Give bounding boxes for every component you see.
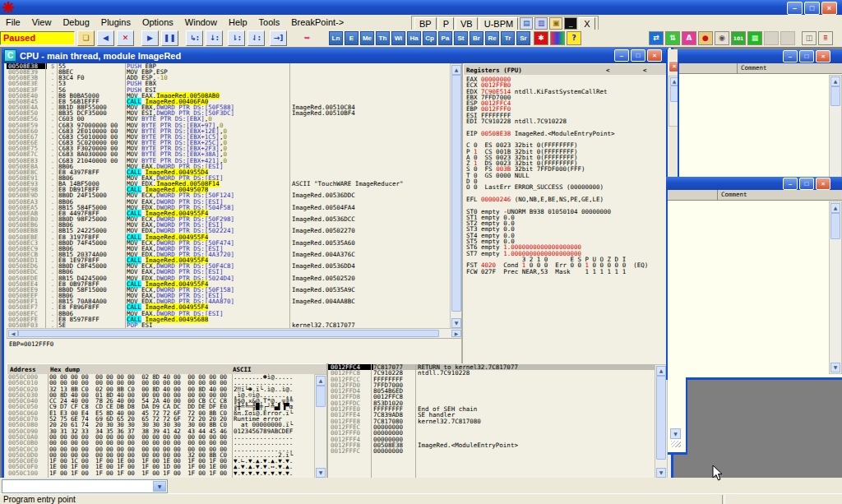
column-header-comment[interactable]: Comment: [718, 190, 747, 200]
record-dot-icon[interactable]: ●: [698, 31, 713, 45]
menu-window[interactable]: Window: [179, 16, 223, 29]
cpu-minimize-button[interactable]: –: [614, 49, 629, 62]
scroll-down-icon[interactable]: ▼: [451, 318, 461, 328]
comment-window-b-titlebar[interactable]: – □ ×: [666, 177, 842, 190]
scroll-down-icon[interactable]: ▼: [656, 468, 666, 478]
registers-next-arrow[interactable]: <: [643, 67, 647, 74]
stack-pane[interactable]: 0012FFC47C817077RETURN to kernel32.7C817…: [328, 364, 655, 478]
run-button[interactable]: ▶: [141, 30, 159, 46]
cpu-restore-button[interactable]: □: [631, 49, 645, 62]
appearance-icon[interactable]: [550, 31, 565, 45]
layout-columns-icon[interactable]: ◫: [802, 31, 817, 45]
close-button[interactable]: ×: [816, 178, 830, 190]
register-line[interactable]: T 0 GS 0000 NULL: [466, 173, 666, 178]
main-titlebar[interactable]: – □ ×: [0, 0, 842, 15]
column-header-comment[interactable]: Comment: [738, 63, 767, 73]
close-button[interactable]: ×: [816, 50, 830, 62]
window-button-tr[interactable]: Tr: [501, 31, 515, 45]
disasm-row[interactable]: 00508E3B.83C4 F0ADD ESP,-10: [7, 75, 450, 81]
book-icon[interactable]: ▥: [534, 17, 548, 30]
menu-help[interactable]: Help: [223, 16, 253, 29]
scroll-up-icon[interactable]: ▲: [451, 65, 461, 75]
register-line[interactable]: EFL 00000246 (NO,NB,E,BE,NS,PE,GE,LE): [466, 197, 666, 202]
scroll-right-icon[interactable]: ▶: [451, 330, 461, 337]
minimize-button[interactable]: –: [783, 50, 798, 62]
menu-tools[interactable]: Tools: [253, 16, 286, 29]
swap-arrows-icon[interactable]: ⇄: [649, 31, 664, 45]
scroll-left-icon[interactable]: ◀: [8, 330, 18, 337]
window-button-th[interactable]: Th: [376, 31, 390, 45]
resize-grip[interactable]: [671, 441, 681, 447]
menu-plugins[interactable]: Plugins: [95, 16, 136, 29]
scroll-up-icon[interactable]: ▲: [316, 376, 326, 386]
green-screen-icon[interactable]: ▦: [747, 31, 762, 45]
scroll-up-icon[interactable]: ▲: [830, 203, 840, 213]
cpu-close-button[interactable]: ×: [647, 49, 662, 62]
close-program-button[interactable]: ✕: [117, 30, 134, 46]
comment-b-vscrollbar[interactable]: ▲ ▼: [829, 201, 842, 374]
updown-icon[interactable]: ⇅: [665, 31, 680, 45]
window-button-cp[interactable]: Cp: [423, 31, 437, 45]
menu-breakpoint[interactable]: BreakPoint->: [285, 16, 349, 29]
close-button[interactable]: ×: [821, 2, 837, 15]
scroll-down-icon[interactable]: ▼: [316, 468, 326, 478]
window-button-re[interactable]: Re: [485, 31, 499, 45]
window-button-ha[interactable]: Ha: [407, 31, 421, 45]
dump-row[interactable]: 0050C1001F 00 1F 00 1F 00 1F 00 1F 00 1F…: [7, 470, 314, 476]
folder-small-icon[interactable]: ▣: [549, 17, 562, 30]
menubar-button-p[interactable]: P: [438, 17, 454, 30]
dump-vscrollbar[interactable]: ▲ ▼: [314, 374, 327, 479]
registers-prev-arrow[interactable]: <: [606, 67, 610, 74]
menu-options[interactable]: Options: [136, 16, 179, 29]
notepad-icon[interactable]: ▤: [520, 17, 533, 30]
registers-pane[interactable]: EAX 00000000ECX 0012FFB0EDX 7C90E514 ntd…: [463, 75, 666, 363]
scroll-down-icon[interactable]: ▼: [830, 363, 840, 372]
help-question-icon[interactable]: ?: [567, 31, 581, 45]
binary-101-icon[interactable]: 101: [731, 31, 746, 45]
window-button-e[interactable]: E: [345, 31, 359, 45]
execute-till-return-button[interactable]: →]: [270, 30, 287, 46]
window-button-ln[interactable]: Ln: [329, 31, 343, 45]
comment-a-vscrollbar[interactable]: ▲ ▼: [829, 75, 842, 190]
disasm-row[interactable]: 00508F03.5EPOP ESIkernel32.7C817077: [7, 322, 450, 328]
trace-over-button[interactable]: ⇃:: [248, 30, 265, 46]
trace-into-button[interactable]: ⇂:: [228, 30, 245, 46]
register-line[interactable]: FCW 027F Prec NEAR,53 Mask 1 1 1 1 1 1: [466, 269, 666, 275]
stack-vscrollbar[interactable]: ▲ ▼: [655, 364, 668, 479]
blank-button-1[interactable]: [764, 31, 779, 45]
pause-button[interactable]: ❚❚: [161, 30, 178, 46]
menubar-button-vb[interactable]: VB: [456, 17, 478, 30]
disasm-row[interactable]: 00508E3E.53PUSH EBX: [7, 81, 450, 86]
restart-button[interactable]: ◀: [97, 30, 114, 46]
scroll-down-icon[interactable]: ▼: [670, 428, 681, 439]
disasm-row[interactable]: 00508EFE.E8 8597F8FFCALL ImageRed.004956…: [7, 317, 450, 322]
window-button-pa[interactable]: Pa: [438, 31, 452, 45]
options-gear-icon[interactable]: ✱: [534, 31, 548, 45]
column-header-blank[interactable]: [679, 63, 738, 73]
maximize-button[interactable]: □: [799, 50, 814, 62]
menubar-button-bp[interactable]: BP: [414, 17, 437, 30]
restore-button[interactable]: □: [804, 2, 820, 15]
register-line[interactable]: EIP 00508E38 ImageRed.<ModuleEntryPoint>: [466, 131, 666, 136]
open-file-button[interactable]: ❏: [77, 30, 95, 46]
step-over-button[interactable]: ↓:: [206, 30, 223, 46]
layout-list-icon[interactable]: ≣: [818, 31, 833, 45]
stack-row[interactable]: 0012FFFC00000000: [328, 448, 655, 454]
scroll-up-icon[interactable]: ▲: [656, 366, 666, 376]
goto-address-icon[interactable]: ➥: [298, 30, 316, 46]
window-button-br[interactable]: Br: [470, 31, 483, 45]
blank-button-2[interactable]: [780, 31, 795, 45]
combo-dropdown-icon[interactable]: ▼: [153, 481, 166, 492]
window-button-st[interactable]: St: [454, 31, 468, 45]
menubar-close-button[interactable]: X: [579, 17, 594, 30]
minimize-button[interactable]: –: [787, 2, 803, 15]
cpu-titlebar[interactable]: C CPU - main thread, module ImageRed – □…: [2, 48, 669, 63]
column-header-blank[interactable]: [668, 190, 718, 200]
register-line[interactable]: EDI 7C910228 ntdll.7C910228: [466, 118, 666, 124]
menubar-button-u-bpm[interactable]: U-BPM: [479, 17, 518, 30]
window-button-me[interactable]: Me: [360, 31, 374, 45]
register-line[interactable]: O 0 LastErr ERROR_SUCCESS (00000000): [466, 184, 666, 190]
scroll-up-icon[interactable]: ▲: [830, 76, 840, 86]
menu-view[interactable]: View: [26, 16, 58, 29]
step-into-button[interactable]: ↳:: [186, 30, 203, 46]
